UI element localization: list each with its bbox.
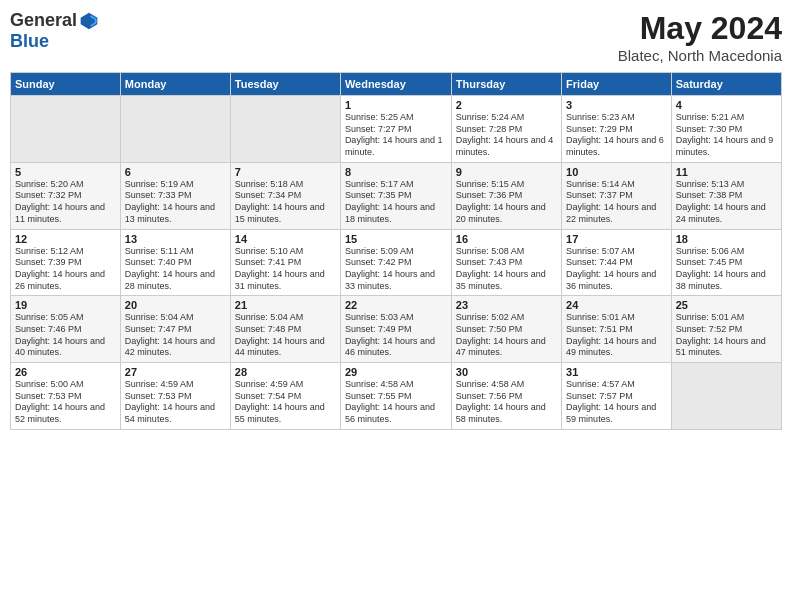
day-info: Sunrise: 4:58 AMSunset: 7:56 PMDaylight:… — [456, 379, 557, 426]
header: General Blue May 2024 Blatec, North Mace… — [10, 10, 782, 64]
day-info: Sunrise: 5:15 AMSunset: 7:36 PMDaylight:… — [456, 179, 557, 226]
day-info: Sunrise: 5:05 AMSunset: 7:46 PMDaylight:… — [15, 312, 116, 359]
table-row: 8 Sunrise: 5:17 AMSunset: 7:35 PMDayligh… — [340, 162, 451, 229]
day-number: 21 — [235, 299, 336, 311]
table-row: 28 Sunrise: 4:59 AMSunset: 7:54 PMDaylig… — [230, 363, 340, 430]
col-tuesday: Tuesday — [230, 73, 340, 96]
day-info: Sunrise: 5:13 AMSunset: 7:38 PMDaylight:… — [676, 179, 777, 226]
table-row: 4 Sunrise: 5:21 AMSunset: 7:30 PMDayligh… — [671, 96, 781, 163]
day-number: 24 — [566, 299, 667, 311]
table-row: 1 Sunrise: 5:25 AMSunset: 7:27 PMDayligh… — [340, 96, 451, 163]
day-number: 9 — [456, 166, 557, 178]
day-info: Sunrise: 5:25 AMSunset: 7:27 PMDaylight:… — [345, 112, 447, 159]
col-friday: Friday — [562, 73, 672, 96]
table-row: 5 Sunrise: 5:20 AMSunset: 7:32 PMDayligh… — [11, 162, 121, 229]
table-row — [11, 96, 121, 163]
day-info: Sunrise: 5:01 AMSunset: 7:52 PMDaylight:… — [676, 312, 777, 359]
table-row: 17 Sunrise: 5:07 AMSunset: 7:44 PMDaylig… — [562, 229, 672, 296]
day-info: Sunrise: 5:11 AMSunset: 7:40 PMDaylight:… — [125, 246, 226, 293]
day-info: Sunrise: 4:59 AMSunset: 7:54 PMDaylight:… — [235, 379, 336, 426]
table-row: 6 Sunrise: 5:19 AMSunset: 7:33 PMDayligh… — [120, 162, 230, 229]
day-info: Sunrise: 5:19 AMSunset: 7:33 PMDaylight:… — [125, 179, 226, 226]
day-info: Sunrise: 5:17 AMSunset: 7:35 PMDaylight:… — [345, 179, 447, 226]
day-info: Sunrise: 5:12 AMSunset: 7:39 PMDaylight:… — [15, 246, 116, 293]
day-number: 27 — [125, 366, 226, 378]
day-info: Sunrise: 5:06 AMSunset: 7:45 PMDaylight:… — [676, 246, 777, 293]
logo-icon — [79, 11, 99, 31]
day-info: Sunrise: 5:02 AMSunset: 7:50 PMDaylight:… — [456, 312, 557, 359]
table-row: 15 Sunrise: 5:09 AMSunset: 7:42 PMDaylig… — [340, 229, 451, 296]
table-row: 30 Sunrise: 4:58 AMSunset: 7:56 PMDaylig… — [451, 363, 561, 430]
calendar-week-row: 12 Sunrise: 5:12 AMSunset: 7:39 PMDaylig… — [11, 229, 782, 296]
col-thursday: Thursday — [451, 73, 561, 96]
table-row: 21 Sunrise: 5:04 AMSunset: 7:48 PMDaylig… — [230, 296, 340, 363]
calendar-week-row: 26 Sunrise: 5:00 AMSunset: 7:53 PMDaylig… — [11, 363, 782, 430]
table-row: 19 Sunrise: 5:05 AMSunset: 7:46 PMDaylig… — [11, 296, 121, 363]
day-info: Sunrise: 5:04 AMSunset: 7:48 PMDaylight:… — [235, 312, 336, 359]
day-info: Sunrise: 4:58 AMSunset: 7:55 PMDaylight:… — [345, 379, 447, 426]
table-row: 10 Sunrise: 5:14 AMSunset: 7:37 PMDaylig… — [562, 162, 672, 229]
table-row: 13 Sunrise: 5:11 AMSunset: 7:40 PMDaylig… — [120, 229, 230, 296]
calendar-week-row: 5 Sunrise: 5:20 AMSunset: 7:32 PMDayligh… — [11, 162, 782, 229]
day-info: Sunrise: 5:07 AMSunset: 7:44 PMDaylight:… — [566, 246, 667, 293]
day-number: 12 — [15, 233, 116, 245]
day-number: 16 — [456, 233, 557, 245]
day-number: 10 — [566, 166, 667, 178]
col-saturday: Saturday — [671, 73, 781, 96]
day-info: Sunrise: 5:08 AMSunset: 7:43 PMDaylight:… — [456, 246, 557, 293]
day-info: Sunrise: 5:23 AMSunset: 7:29 PMDaylight:… — [566, 112, 667, 159]
table-row: 14 Sunrise: 5:10 AMSunset: 7:41 PMDaylig… — [230, 229, 340, 296]
table-row: 27 Sunrise: 4:59 AMSunset: 7:53 PMDaylig… — [120, 363, 230, 430]
table-row: 26 Sunrise: 5:00 AMSunset: 7:53 PMDaylig… — [11, 363, 121, 430]
day-number: 14 — [235, 233, 336, 245]
title-month: May 2024 — [618, 10, 782, 47]
day-number: 28 — [235, 366, 336, 378]
title-block: May 2024 Blatec, North Macedonia — [618, 10, 782, 64]
day-number: 6 — [125, 166, 226, 178]
page: General Blue May 2024 Blatec, North Mace… — [0, 0, 792, 612]
day-info: Sunrise: 5:24 AMSunset: 7:28 PMDaylight:… — [456, 112, 557, 159]
table-row: 11 Sunrise: 5:13 AMSunset: 7:38 PMDaylig… — [671, 162, 781, 229]
day-number: 23 — [456, 299, 557, 311]
day-number: 1 — [345, 99, 447, 111]
day-info: Sunrise: 4:59 AMSunset: 7:53 PMDaylight:… — [125, 379, 226, 426]
table-row: 31 Sunrise: 4:57 AMSunset: 7:57 PMDaylig… — [562, 363, 672, 430]
day-number: 13 — [125, 233, 226, 245]
table-row: 3 Sunrise: 5:23 AMSunset: 7:29 PMDayligh… — [562, 96, 672, 163]
day-info: Sunrise: 5:04 AMSunset: 7:47 PMDaylight:… — [125, 312, 226, 359]
day-number: 4 — [676, 99, 777, 111]
day-number: 22 — [345, 299, 447, 311]
day-number: 25 — [676, 299, 777, 311]
day-info: Sunrise: 5:21 AMSunset: 7:30 PMDaylight:… — [676, 112, 777, 159]
day-number: 17 — [566, 233, 667, 245]
table-row: 18 Sunrise: 5:06 AMSunset: 7:45 PMDaylig… — [671, 229, 781, 296]
logo: General Blue — [10, 10, 99, 52]
col-sunday: Sunday — [11, 73, 121, 96]
table-row: 29 Sunrise: 4:58 AMSunset: 7:55 PMDaylig… — [340, 363, 451, 430]
table-row — [120, 96, 230, 163]
logo-blue-text: Blue — [10, 31, 49, 51]
table-row: 20 Sunrise: 5:04 AMSunset: 7:47 PMDaylig… — [120, 296, 230, 363]
day-info: Sunrise: 5:10 AMSunset: 7:41 PMDaylight:… — [235, 246, 336, 293]
calendar-week-row: 1 Sunrise: 5:25 AMSunset: 7:27 PMDayligh… — [11, 96, 782, 163]
day-number: 26 — [15, 366, 116, 378]
day-number: 7 — [235, 166, 336, 178]
day-number: 15 — [345, 233, 447, 245]
day-number: 29 — [345, 366, 447, 378]
day-number: 3 — [566, 99, 667, 111]
day-number: 5 — [15, 166, 116, 178]
table-row: 22 Sunrise: 5:03 AMSunset: 7:49 PMDaylig… — [340, 296, 451, 363]
day-info: Sunrise: 5:14 AMSunset: 7:37 PMDaylight:… — [566, 179, 667, 226]
day-number: 2 — [456, 99, 557, 111]
table-row — [230, 96, 340, 163]
table-row: 9 Sunrise: 5:15 AMSunset: 7:36 PMDayligh… — [451, 162, 561, 229]
calendar-header-row: Sunday Monday Tuesday Wednesday Thursday… — [11, 73, 782, 96]
day-number: 8 — [345, 166, 447, 178]
table-row: 25 Sunrise: 5:01 AMSunset: 7:52 PMDaylig… — [671, 296, 781, 363]
calendar-week-row: 19 Sunrise: 5:05 AMSunset: 7:46 PMDaylig… — [11, 296, 782, 363]
day-number: 18 — [676, 233, 777, 245]
table-row — [671, 363, 781, 430]
title-location: Blatec, North Macedonia — [618, 47, 782, 64]
day-info: Sunrise: 4:57 AMSunset: 7:57 PMDaylight:… — [566, 379, 667, 426]
table-row: 2 Sunrise: 5:24 AMSunset: 7:28 PMDayligh… — [451, 96, 561, 163]
